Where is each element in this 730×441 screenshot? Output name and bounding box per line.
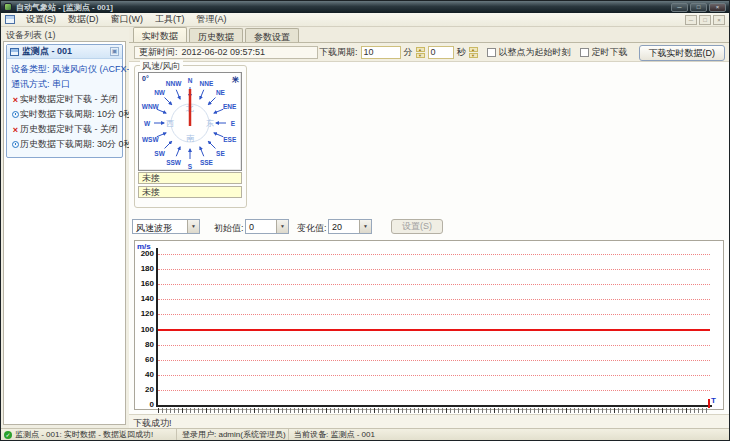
download-realtime-button[interactable]: 下载实时数据(D) [639, 45, 726, 61]
line-text: 历史数据下载周期: 30分 0秒 [20, 138, 133, 151]
menu-window[interactable]: 窗口(W) [105, 12, 150, 27]
y-tick-label: 160 [136, 279, 154, 288]
update-time-value: 2012-06-02 09:57:51 [182, 47, 266, 58]
set-button[interactable]: 设置(S) [391, 219, 443, 234]
device-panel-header[interactable]: 监测点 - 001 [7, 45, 122, 59]
menu-data[interactable]: 数据(D) [62, 12, 105, 27]
minutes-input[interactable]: 10 [361, 46, 401, 59]
grid-line [158, 314, 710, 315]
mdi-minimize-icon[interactable] [685, 15, 697, 25]
chevron-down-icon[interactable] [359, 220, 371, 233]
device-comm-line: 通讯方式: 串口 [9, 77, 120, 92]
direction-label: ESE [223, 136, 237, 143]
direction-label: NW [154, 89, 166, 96]
statusbar: 监测点 - 001: 实时数据 - 数据返回成功! 登录用户: admin(系统… [1, 428, 729, 440]
restore-icon[interactable] [690, 3, 707, 12]
direction-label: SSE [200, 159, 214, 166]
waveform-select[interactable]: 风速波形 [132, 219, 200, 234]
tabbar: 实时数据 历史数据 参数设置 [129, 27, 729, 43]
minutes-stepper[interactable] [416, 47, 425, 58]
align-start-checkbox[interactable] [487, 48, 496, 57]
delta-value-label: 变化值: [297, 222, 327, 235]
direction-label: NNW [166, 80, 182, 87]
compass-dial: NNNENEENEEESESESSESSSWSWWSWWWNWNWNNW北南东西 [139, 73, 241, 170]
series-line [158, 329, 710, 331]
initial-value: 0 [246, 220, 276, 233]
panel-collapse-icon[interactable] [110, 47, 119, 56]
device-list: 监测点 - 001 设备类型: 风速风向仪 (ACFX-4) 通讯方式: 串口 … [3, 41, 126, 425]
wind-compass: 0° 米 NNNENEENEEESESESSESSSWSWWSWWWNWNWNN… [138, 72, 242, 171]
tab-history-data[interactable]: 历史数据 [189, 28, 243, 42]
tab-realtime-data[interactable]: 实时数据 [133, 27, 187, 42]
chart-x-ticks [158, 408, 710, 413]
device-panel: 监测点 - 001 设备类型: 风速风向仪 (ACFX-4) 通讯方式: 串口 … [6, 44, 123, 158]
clock-icon [12, 141, 19, 148]
spin-up-icon[interactable] [416, 47, 425, 52]
mdi-restore-icon[interactable] [699, 15, 711, 25]
direction-label: N [188, 77, 193, 84]
spin-up-icon[interactable] [469, 47, 478, 52]
update-time-label: 更新时间: [139, 47, 178, 58]
y-tick-label: 40 [136, 370, 154, 379]
spin-down-icon[interactable] [416, 53, 425, 58]
mdi-child-icon[interactable] [5, 15, 15, 24]
update-time-box: 更新时间: 2012-06-02 09:57:51 [134, 46, 318, 59]
download-status-message: 下载成功! [129, 414, 729, 428]
direction-label: SW [154, 150, 165, 157]
menu-admin[interactable]: 管理(A) [191, 12, 233, 27]
device-icon [10, 48, 19, 56]
wind-speed-field: 未接 [138, 172, 242, 184]
direction-tick [165, 141, 172, 148]
y-tick-label: 60 [136, 355, 154, 364]
chevron-down-icon[interactable] [276, 220, 288, 233]
statusbar-user-segment: 登录用户: admin(系统管理员) [177, 429, 289, 440]
device-type-line: 设备类型: 风速风向仪 (ACFX-4) [9, 62, 120, 77]
grid-line [158, 375, 710, 376]
x-icon [11, 125, 20, 135]
delta-value-select[interactable]: 20 [328, 219, 372, 234]
cardinal-label: 南 [186, 134, 195, 143]
realtime-timer-line: 实时数据定时下载 - 关闭 [9, 92, 120, 107]
direction-label: WSW [142, 136, 159, 143]
mdi-close-icon[interactable] [713, 15, 725, 25]
y-tick-label: 20 [136, 385, 154, 394]
menu-settings[interactable]: 设置(S) [20, 12, 62, 27]
chart-y-axis [156, 248, 158, 407]
period-label: 下载周期: [319, 46, 358, 59]
timed-download-checkbox-group[interactable]: 定时下载 [580, 46, 628, 59]
menu-tools[interactable]: 工具(T) [149, 12, 191, 27]
direction-tick [208, 141, 215, 148]
timed-download-checkbox[interactable] [580, 48, 589, 57]
seconds-stepper[interactable] [469, 47, 478, 58]
spin-down-icon[interactable] [469, 53, 478, 58]
grid-line [158, 299, 710, 300]
download-period-controls: 下载周期: 10 分 0 秒 以整点为起始时刻 定时下载 下载实时数据(D) [319, 45, 725, 60]
align-start-checkbox-group[interactable]: 以整点为起始时刻 [487, 46, 571, 59]
direction-label: S [188, 163, 193, 170]
initial-value-select[interactable]: 0 [245, 219, 289, 234]
x-icon [11, 95, 20, 105]
statusbar-status-text: 监测点 - 001: 实时数据 - 数据返回成功! [15, 429, 153, 440]
direction-label: NE [216, 89, 226, 96]
realtime-data-page: 风速/风向 0° 米 NNNENEENEEESESESSESSSWSWWSWWW… [129, 62, 729, 414]
tab-parameter-settings[interactable]: 参数设置 [245, 28, 299, 42]
menubar: 设置(S) 数据(D) 窗口(W) 工具(T) 管理(A) [1, 13, 729, 27]
direction-label: NNE [200, 80, 214, 87]
y-tick-label: 140 [136, 294, 154, 303]
minimize-icon[interactable] [671, 3, 688, 12]
close-icon[interactable] [709, 3, 726, 12]
chevron-down-icon[interactable] [187, 220, 199, 233]
y-tick-label: 200 [136, 249, 154, 258]
direction-tick [214, 133, 223, 137]
device-list-header: 设备列表 (1) [1, 27, 129, 40]
align-start-label: 以整点为起始时刻 [499, 46, 571, 59]
sidebar: 设备列表 (1) 监测点 - 001 设备类型: 风速风向仪 (ACFX-4) … [1, 27, 129, 428]
cardinal-label: 西 [166, 119, 174, 128]
wind-direction-field: 未接 [138, 186, 242, 198]
y-tick-label: 180 [136, 264, 154, 273]
toolbar: 更新时间: 2012-06-02 09:57:51 下载周期: 10 分 0 秒… [129, 43, 729, 62]
clock-icon [12, 111, 19, 118]
chart-t-label: T [711, 396, 716, 405]
seconds-input[interactable]: 0 [428, 46, 454, 59]
direction-tick [165, 98, 172, 105]
